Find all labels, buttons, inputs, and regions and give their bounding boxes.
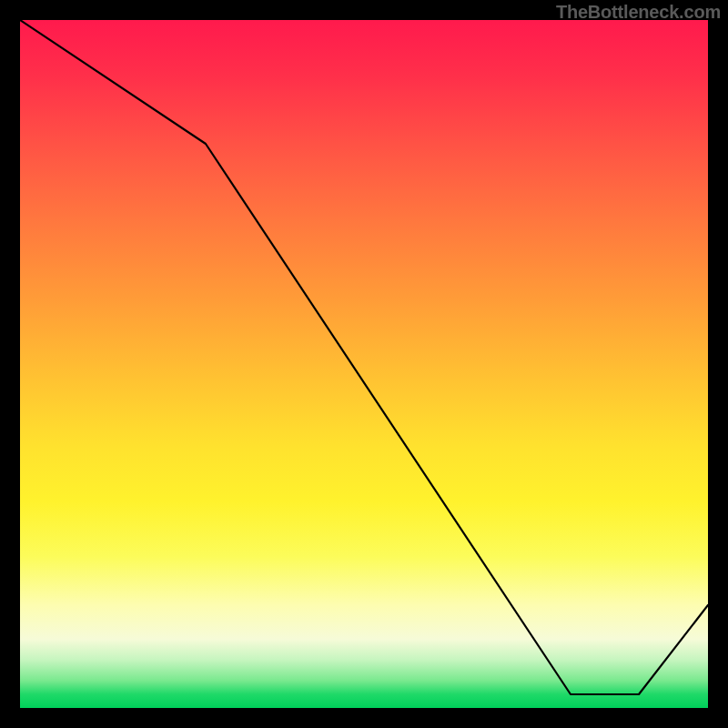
chart-frame: TheBottleneck.com <box>0 0 728 728</box>
chart-plot-area <box>20 20 708 708</box>
bottleneck-curve-path <box>20 20 708 694</box>
chart-line <box>20 20 708 708</box>
